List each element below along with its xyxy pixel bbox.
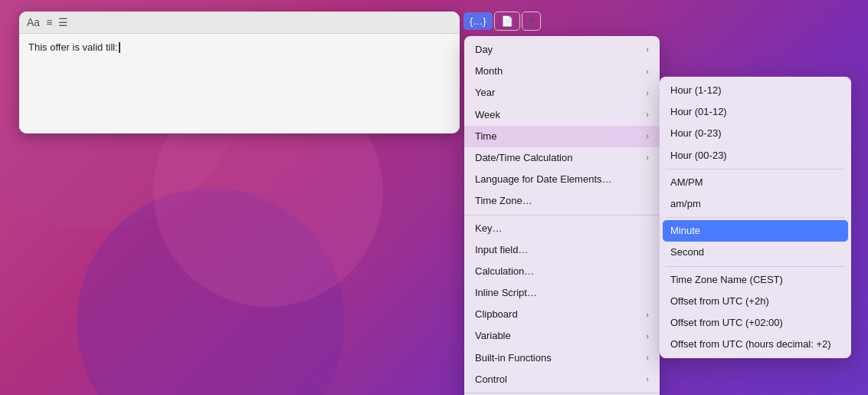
insert-pilcrow-button[interactable]: ¶ bbox=[522, 12, 541, 31]
menu-item-datetime-calc[interactable]: Date/Time Calculation › bbox=[464, 147, 660, 169]
menu-divider-1 bbox=[464, 215, 660, 216]
submenu-item-offset-decimal-label: Offset from UTC (hours decimal: +2) bbox=[670, 337, 831, 351]
menu-item-language[interactable]: Language for Date Elements… bbox=[464, 169, 660, 190]
submenu-item-offset-decimal[interactable]: Offset from UTC (hours decimal: +2) bbox=[660, 334, 851, 355]
menu-item-input-field-label: Input field… bbox=[475, 243, 528, 257]
submenu-item-offset-0200-label: Offset from UTC (+02:00) bbox=[670, 316, 783, 330]
menu-item-day-label: Day bbox=[475, 43, 493, 57]
chevron-right-icon: › bbox=[646, 87, 649, 99]
submenu-item-second-label: Second bbox=[670, 245, 704, 259]
submenu-divider-2 bbox=[666, 217, 845, 218]
menu-item-calculation[interactable]: Calculation… bbox=[464, 261, 660, 282]
menu-item-time[interactable]: Time › bbox=[464, 126, 660, 147]
submenu-item-tz-name-label: Time Zone Name (CEST) bbox=[670, 273, 783, 287]
menu-item-language-label: Language for Date Elements… bbox=[475, 173, 612, 186]
submenu-divider-1 bbox=[666, 169, 845, 170]
submenu-item-minute[interactable]: Minute bbox=[663, 220, 848, 242]
submenu-item-hour-1-12[interactable]: Hour (1-12) bbox=[660, 80, 851, 101]
menu-item-timezone-label: Time Zone… bbox=[475, 194, 532, 208]
chevron-right-icon: › bbox=[646, 352, 649, 364]
submenu-item-offset-2h[interactable]: Offset from UTC (+2h) bbox=[660, 291, 851, 312]
submenu-item-minute-label: Minute bbox=[670, 224, 700, 238]
menu-item-time-label: Time bbox=[475, 130, 496, 143]
editor-panel: Aa ≡ ☰ This offer is valid till: bbox=[19, 12, 460, 133]
menu-item-timezone[interactable]: Time Zone… bbox=[464, 190, 660, 212]
submenu-item-hour-00-23[interactable]: Hour (00-23) bbox=[660, 145, 851, 166]
submenu-item-offset-2h-label: Offset from UTC (+2h) bbox=[670, 295, 769, 308]
menu-item-variable-label: Variable bbox=[475, 329, 511, 343]
menu-divider-2 bbox=[464, 393, 660, 393]
chevron-right-icon: › bbox=[646, 309, 649, 321]
token-toolbar: {…} 📄 ¶ bbox=[463, 12, 541, 31]
menu-item-clipboard[interactable]: Clipboard › bbox=[464, 304, 660, 325]
editor-content[interactable]: This offer is valid till: bbox=[19, 34, 460, 133]
chevron-right-icon: › bbox=[646, 374, 649, 385]
menu-item-month-label: Month bbox=[475, 64, 503, 78]
primary-menu: Day › Month › Year › Week › Time › Date/… bbox=[464, 36, 660, 395]
chevron-right-icon: › bbox=[646, 109, 649, 120]
align-left-icon[interactable]: ≡ bbox=[46, 16, 52, 28]
menu-item-control-label: Control bbox=[475, 373, 507, 387]
menu-item-month[interactable]: Month › bbox=[464, 61, 660, 82]
menu-item-calculation-label: Calculation… bbox=[475, 265, 534, 278]
menu-item-year-label: Year bbox=[475, 86, 495, 100]
menu-item-inline-script-label: Inline Script… bbox=[475, 286, 537, 300]
submenu-item-ampm-lower-label: am/pm bbox=[670, 197, 701, 211]
submenu-item-offset-0200[interactable]: Offset from UTC (+02:00) bbox=[660, 312, 851, 334]
submenu-item-hour-0-23-label: Hour (0-23) bbox=[670, 127, 721, 140]
time-submenu: Hour (1-12) Hour (01-12) Hour (0-23) Hou… bbox=[660, 77, 851, 358]
submenu-item-ampm-lower[interactable]: am/pm bbox=[660, 193, 851, 215]
menu-item-key-label: Key… bbox=[475, 222, 502, 235]
chevron-right-icon: › bbox=[646, 66, 649, 77]
submenu-item-second[interactable]: Second bbox=[660, 242, 851, 263]
menu-item-input-field[interactable]: Input field… bbox=[464, 239, 660, 261]
menu-item-key[interactable]: Key… bbox=[464, 218, 660, 239]
menu-item-inline-script[interactable]: Inline Script… bbox=[464, 282, 660, 304]
menu-item-clipboard-label: Clipboard bbox=[475, 308, 518, 321]
submenu-item-hour-01-12[interactable]: Hour (01-12) bbox=[660, 101, 851, 123]
submenu-item-tz-name[interactable]: Time Zone Name (CEST) bbox=[660, 269, 851, 291]
submenu-item-hour-00-23-label: Hour (00-23) bbox=[670, 149, 727, 163]
insert-doc-button[interactable]: 📄 bbox=[494, 12, 520, 31]
submenu-item-hour-01-12-label: Hour (01-12) bbox=[670, 105, 727, 119]
submenu-item-ampm-upper[interactable]: AM/PM bbox=[660, 172, 851, 193]
menu-item-builtin-functions[interactable]: Built-in Functions › bbox=[464, 347, 660, 369]
chevron-right-icon: › bbox=[646, 130, 649, 142]
text-cursor bbox=[119, 42, 120, 53]
menu-item-week-label: Week bbox=[475, 108, 500, 122]
editor-text: This offer is valid till: bbox=[28, 41, 118, 53]
submenu-item-ampm-upper-label: AM/PM bbox=[670, 176, 703, 189]
menu-item-control[interactable]: Control › bbox=[464, 369, 660, 390]
menu-item-day[interactable]: Day › bbox=[464, 39, 660, 61]
menu-item-year[interactable]: Year › bbox=[464, 82, 660, 104]
menu-item-week[interactable]: Week › bbox=[464, 104, 660, 126]
submenu-divider-3 bbox=[666, 266, 845, 267]
chevron-right-icon: › bbox=[646, 44, 649, 55]
editor-toolbar: Aa ≡ ☰ bbox=[19, 12, 460, 34]
submenu-item-hour-1-12-label: Hour (1-12) bbox=[670, 84, 721, 97]
font-icon[interactable]: Aa bbox=[27, 16, 40, 28]
submenu-item-hour-0-23[interactable]: Hour (0-23) bbox=[660, 123, 851, 144]
align-right-icon[interactable]: ☰ bbox=[58, 16, 68, 28]
insert-token-button[interactable]: {…} bbox=[463, 12, 493, 30]
menu-item-variable[interactable]: Variable › bbox=[464, 325, 660, 347]
menu-item-builtin-functions-label: Built-in Functions bbox=[475, 351, 552, 365]
menu-item-datetime-calc-label: Date/Time Calculation bbox=[475, 151, 572, 165]
chevron-right-icon: › bbox=[646, 331, 649, 342]
chevron-right-icon: › bbox=[646, 152, 649, 163]
